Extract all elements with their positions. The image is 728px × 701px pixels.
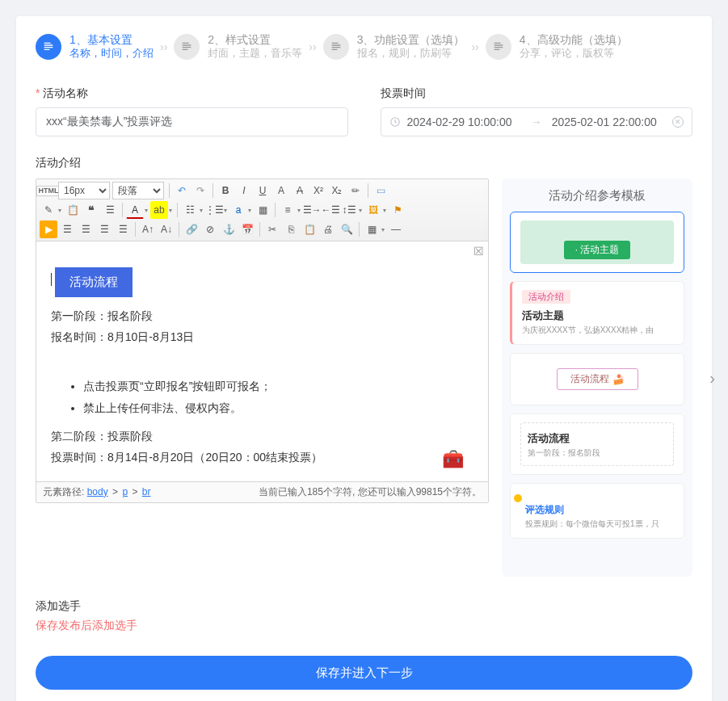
bold-button[interactable]: B [217, 182, 234, 199]
step-advanced[interactable]: 4、高级功能（选填） 分享，评论，版权等 [486, 32, 628, 61]
highlight-button[interactable]: ab [150, 201, 168, 219]
line-height-button[interactable]: ↕☰ [340, 201, 358, 219]
code-button[interactable]: ☰ [101, 201, 119, 219]
find-button[interactable]: 🔍 [338, 220, 356, 238]
dropdown-icon[interactable]: ▾ [167, 201, 174, 219]
save-next-button[interactable]: 保存并进入下一步 [36, 656, 692, 690]
step-function[interactable]: 3、功能设置（选填） 报名，规则，防刷等 [323, 32, 465, 61]
flow-title: 活动流程 [55, 267, 133, 297]
dropdown-icon[interactable]: ▾ [143, 201, 149, 219]
paste-button[interactable]: 📋 [64, 201, 82, 219]
template-badge: 活动流程 🍰 [557, 368, 638, 390]
date-button[interactable]: 📅 [238, 220, 256, 238]
cut-button[interactable]: ✂ [263, 220, 281, 238]
superscript-button[interactable]: X² [309, 182, 327, 199]
subscript-button[interactable]: X₂ [328, 182, 346, 199]
link-button[interactable]: 🔗 [183, 220, 200, 238]
step-icon [174, 34, 200, 60]
element-path: 元素路径: body > p > br [43, 485, 150, 499]
copy-button[interactable]: ⎘ [282, 220, 300, 238]
dropdown-icon[interactable]: ▾ [381, 201, 388, 219]
clear-format-button[interactable]: ✏ [347, 182, 364, 199]
chevron-right-icon: ›› [305, 40, 319, 53]
widget-button[interactable]: ▦ [254, 201, 271, 219]
dropdown-icon[interactable]: ▾ [57, 201, 63, 219]
close-icon[interactable]: ☒ [472, 245, 485, 258]
end-time: 2025-02-01 22:00:00 [552, 115, 666, 128]
undo-button[interactable]: ↶ [173, 182, 191, 199]
content-line: 第一阶段：报名阶段 [51, 305, 473, 327]
font-up-button[interactable]: A↑ [139, 220, 157, 238]
indent-left-button[interactable]: ←☰ [322, 201, 339, 219]
template-card[interactable]: 活动流程 第一阶段：报名阶段 [510, 413, 684, 475]
step-icon [486, 34, 511, 60]
redo-button[interactable]: ↷ [191, 182, 209, 199]
content-li: 禁止上传任何非法、侵权内容。 [83, 397, 473, 419]
italic-button[interactable]: I [235, 182, 253, 199]
font-size-select[interactable]: 16px [58, 182, 110, 199]
template-heading: 评选规则 [525, 503, 674, 517]
dropdown-icon[interactable]: ▾ [357, 201, 364, 219]
template-card[interactable]: 活动流程 🍰 [510, 353, 684, 405]
step-title: 2、样式设置 [208, 32, 302, 47]
time-label: 投票时间 [381, 86, 693, 101]
template-card[interactable]: 活动介绍 活动主题 为庆祝XXXX节，弘扬XXXX精神，由 [510, 281, 684, 345]
template-card[interactable]: 评选规则 投票规则：每个微信每天可投1票，只 [510, 483, 684, 539]
vote-time-range[interactable]: 2024-02-29 10:00:00 → 2025-02-01 22:00:0… [381, 107, 693, 136]
font-down-button[interactable]: A↓ [158, 220, 175, 238]
content-line: 投票时间：8月14日-8月20日（20日20：00结束投票） [51, 447, 473, 468]
ordered-list-button[interactable]: ☷ [181, 201, 199, 219]
template-text: 为庆祝XXXX节，弘扬XXXX精神，由 [522, 325, 674, 336]
content-li: 点击投票页“立即报名”按钮即可报名； [83, 376, 473, 397]
ltr-button[interactable]: ☰ [58, 220, 76, 238]
template-text: 投票规则：每个微信每天可投1票，只 [525, 518, 674, 530]
table-button[interactable]: ▦ [363, 220, 381, 238]
step-sub: 分享，评论，版权等 [520, 47, 628, 61]
paste-text-button[interactable]: 📋 [301, 220, 318, 238]
dropdown-icon[interactable]: ▾ [198, 201, 204, 219]
path-br[interactable]: br [142, 486, 151, 497]
dropdown-icon[interactable]: ▾ [380, 220, 386, 238]
intro-label: 活动介绍 [36, 156, 692, 170]
rtl-button[interactable]: ☰ [77, 220, 95, 238]
wizard-steps: 1、基本设置 名称，时间，介绍 ›› 2、样式设置 封面，主题，音乐等 ›› 3… [16, 16, 712, 77]
print-button[interactable]: 🖨 [319, 220, 337, 238]
dropdown-icon[interactable]: ▾ [246, 201, 253, 219]
strike-button[interactable]: A [291, 182, 309, 199]
fullscreen-button[interactable]: ▭ [372, 182, 389, 199]
indent-right-button[interactable]: ☰→ [303, 201, 321, 219]
clear-icon[interactable]: ✕ [672, 116, 684, 128]
step-style[interactable]: 2、样式设置 封面，主题，音乐等 [174, 32, 302, 61]
path-body[interactable]: body [87, 486, 108, 497]
anchor-button[interactable]: ⚓ [220, 220, 238, 238]
image-button[interactable]: 🖼 [364, 201, 382, 219]
dropdown-icon[interactable]: ▾ [222, 201, 229, 219]
hr-button[interactable]: — [387, 220, 405, 238]
media-button[interactable]: ▶ [40, 220, 57, 238]
html-source-button[interactable]: HTML [40, 182, 57, 199]
font-button[interactable]: A [272, 182, 290, 199]
step-basic[interactable]: 1、基本设置 名称，时间，介绍 [36, 32, 154, 61]
activity-name-input[interactable] [36, 107, 348, 136]
editor-content[interactable]: ☒ 活动流程 第一阶段：报名阶段 报名时间：8月10日-8月13日 点击投票页“… [36, 241, 488, 481]
step-sub: 报名，规则，防刷等 [357, 47, 465, 61]
paragraph-select[interactable]: 段落 [112, 182, 164, 199]
text-color-button[interactable]: A [126, 201, 144, 219]
align-left-button[interactable]: ≡ [279, 201, 297, 219]
dropdown-icon[interactable]: ▾ [296, 201, 302, 219]
start-time: 2024-02-29 10:00:00 [407, 115, 521, 128]
format-brush-button[interactable]: ✎ [40, 201, 57, 219]
editor-footer: 元素路径: body > p > br 当前已输入185个字符, 您还可以输入9… [36, 481, 488, 502]
template-card[interactable]: · 活动主题 [510, 212, 684, 273]
next-template-button[interactable]: › [709, 368, 715, 387]
flag-button[interactable]: ⚑ [389, 201, 406, 219]
center-button[interactable]: ☰ [95, 220, 113, 238]
underline-button[interactable]: U [254, 182, 271, 199]
path-p[interactable]: p [122, 486, 128, 497]
quote-button[interactable]: ❝ [82, 201, 100, 219]
letter-button[interactable]: a [229, 201, 247, 219]
template-title: 活动介绍参考模板 [510, 188, 684, 204]
unlink-button[interactable]: ⊘ [201, 220, 219, 238]
justify-button[interactable]: ☰ [114, 220, 132, 238]
unordered-list-button[interactable]: ⋮☰ [205, 201, 223, 219]
